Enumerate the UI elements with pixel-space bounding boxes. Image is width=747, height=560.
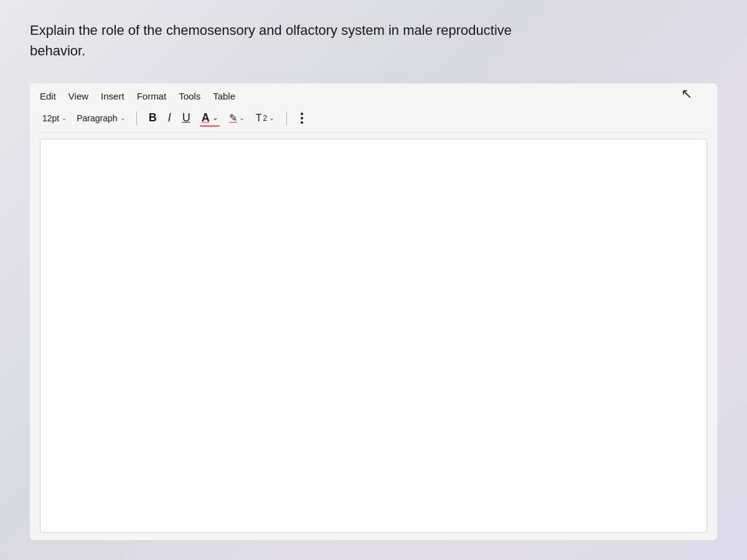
toolbar-divider-1 <box>136 111 137 125</box>
font-size-selector[interactable]: 12pt ⌄ <box>40 112 69 124</box>
underline-button[interactable]: U <box>179 110 194 126</box>
menu-insert[interactable]: Insert <box>101 91 125 101</box>
menu-tools[interactable]: Tools <box>179 91 200 101</box>
menu-bar: Edit View Insert Format Tools Table ↖ <box>40 91 707 101</box>
more-options-button[interactable] <box>298 111 306 125</box>
dot-3 <box>301 121 303 124</box>
question-text: Explain the role of the chemosensory and… <box>30 20 540 61</box>
highlight-button[interactable]: ✎ ⌄ <box>226 111 248 125</box>
font-size-value: 12pt <box>42 113 59 123</box>
paragraph-chevron: ⌄ <box>120 114 125 121</box>
font-size-chevron: ⌄ <box>62 114 67 121</box>
toolbar: 12pt ⌄ Paragraph ⌄ B I U A ⌄ ✎ <box>40 110 707 133</box>
italic-button[interactable]: I <box>165 110 174 126</box>
menu-edit[interactable]: Edit <box>40 91 56 101</box>
font-color-button[interactable]: A ⌄ <box>199 110 221 126</box>
page-container: Explain the role of the chemosensory and… <box>0 0 747 560</box>
paragraph-value: Paragraph <box>77 113 117 123</box>
menu-format[interactable]: Format <box>137 91 167 101</box>
editor-wrapper: Edit View Insert Format Tools Table ↖ 12… <box>30 83 717 540</box>
cursor-icon: ↖ <box>681 86 692 102</box>
superscript-button[interactable]: T2 ⌄ <box>253 111 278 125</box>
dot-1 <box>301 113 303 115</box>
highlight-chevron: ⌄ <box>239 114 245 122</box>
bold-button[interactable]: B <box>146 110 160 126</box>
menu-view[interactable]: View <box>68 91 88 101</box>
dot-2 <box>301 117 303 119</box>
paragraph-selector[interactable]: Paragraph ⌄ <box>74 112 127 124</box>
toolbar-divider-2 <box>286 111 287 125</box>
menu-table[interactable]: Table <box>213 91 235 101</box>
superscript-chevron: ⌄ <box>269 114 275 122</box>
editor-area[interactable] <box>40 139 707 533</box>
font-color-chevron: ⌄ <box>212 114 218 122</box>
